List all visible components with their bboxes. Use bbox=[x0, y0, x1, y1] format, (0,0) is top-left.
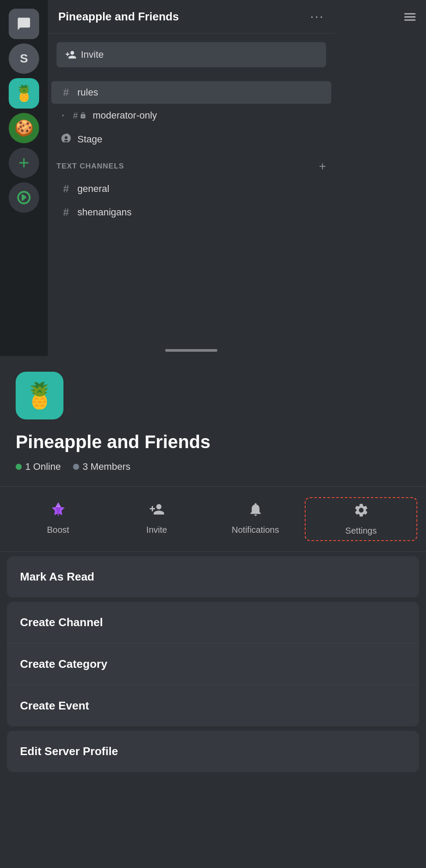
create-category-button[interactable]: Create Category bbox=[7, 644, 419, 685]
server-logo: 🍍 bbox=[16, 372, 63, 419]
mark-as-read-button[interactable]: Mark As Read bbox=[7, 556, 419, 597]
online-dot bbox=[16, 464, 22, 470]
create-channel-button[interactable]: Create Channel bbox=[7, 602, 419, 644]
server-title: Pineapple and Friends bbox=[58, 10, 179, 23]
notifications-label: Notifications bbox=[232, 525, 279, 535]
channel-item-stage[interactable]: Stage bbox=[51, 127, 331, 152]
server-info: 🍍 Pineapple and Friends 1 Online 3 Membe… bbox=[0, 356, 426, 486]
sidebar-item-messages[interactable] bbox=[9, 9, 39, 39]
create-event-button[interactable]: Create Event bbox=[7, 685, 419, 726]
hamburger-button[interactable] bbox=[403, 10, 417, 27]
scroll-indicator bbox=[165, 349, 217, 352]
hash-icon: # bbox=[60, 183, 72, 195]
sidebar-item-browse[interactable] bbox=[9, 182, 39, 213]
menu-section-create: Create Channel Create Category Create Ev… bbox=[7, 602, 419, 726]
channel-name: moderator-only bbox=[93, 110, 157, 121]
menu-section-mark-read: Mark As Read bbox=[7, 556, 419, 597]
more-options-button[interactable]: ··· bbox=[310, 10, 324, 23]
invite-icon bbox=[149, 502, 165, 521]
boost-button[interactable]: Boost bbox=[9, 497, 107, 539]
channel-item-moderator[interactable]: # moderator-only bbox=[51, 105, 331, 126]
hash-lock-icon: # bbox=[73, 111, 78, 121]
server-name: Pineapple and Friends bbox=[16, 432, 410, 452]
bottom-sheet: 🍍 Pineapple and Friends 1 Online 3 Membe… bbox=[0, 356, 426, 868]
settings-button[interactable]: Settings bbox=[305, 497, 417, 541]
channel-name: shenanigans bbox=[77, 207, 132, 218]
sidebar-item-s[interactable]: S bbox=[9, 43, 39, 74]
server-header: Pineapple and Friends ··· bbox=[48, 0, 335, 33]
member-count: 3 Members bbox=[73, 461, 130, 472]
channel-item-shenanigans[interactable]: # shenanigans bbox=[51, 201, 331, 224]
online-count: 1 Online bbox=[16, 461, 61, 472]
edit-server-profile-button[interactable]: Edit Server Profile bbox=[7, 731, 419, 772]
stage-icon bbox=[60, 132, 72, 146]
bell-icon bbox=[248, 502, 263, 521]
category-label: TEXT CHANNELS bbox=[57, 162, 124, 171]
channel-list: # rules # moderator-only bbox=[48, 76, 335, 229]
category-header-text-channels: TEXT CHANNELS + bbox=[48, 152, 335, 177]
top-section: S 🍍 🍪 Pineapple and Friends bbox=[0, 0, 426, 356]
settings-label: Settings bbox=[345, 526, 376, 536]
boost-icon bbox=[50, 502, 66, 521]
channel-item-rules[interactable]: # rules bbox=[51, 81, 331, 104]
sidebar-item-add[interactable] bbox=[9, 148, 39, 178]
notifications-button[interactable]: Notifications bbox=[206, 497, 305, 539]
invite-label: Invite bbox=[146, 525, 167, 535]
channel-item-general[interactable]: # general bbox=[51, 178, 331, 200]
invite-action-button[interactable]: Invite bbox=[107, 497, 206, 539]
channel-name: Stage bbox=[77, 134, 103, 145]
hash-icon: # bbox=[60, 86, 72, 99]
hash-icon: # bbox=[60, 206, 72, 218]
channel-name: rules bbox=[77, 87, 98, 98]
mark-as-read-label: Mark As Read bbox=[20, 570, 94, 584]
create-event-label: Create Event bbox=[20, 699, 89, 713]
boost-label: Boost bbox=[47, 525, 69, 535]
add-channel-button[interactable]: + bbox=[319, 159, 326, 173]
channel-name: general bbox=[77, 183, 109, 195]
server-list: S 🍍 🍪 bbox=[0, 0, 48, 356]
gear-icon bbox=[353, 502, 369, 521]
invite-button[interactable]: Invite bbox=[57, 42, 326, 67]
offline-dot bbox=[73, 464, 79, 470]
sidebar-item-cookie[interactable]: 🍪 bbox=[9, 113, 39, 143]
sidebar-item-pineapple[interactable]: 🍍 bbox=[9, 78, 39, 109]
create-category-label: Create Category bbox=[20, 657, 107, 671]
invite-label: Invite bbox=[81, 49, 104, 60]
menu-section-profile: Edit Server Profile bbox=[7, 731, 419, 772]
action-row: Boost Invite Notifications bbox=[0, 486, 426, 552]
edit-server-profile-label: Edit Server Profile bbox=[20, 745, 118, 758]
channel-panel: Pineapple and Friends ··· Invite # rules bbox=[48, 0, 335, 356]
server-stats: 1 Online 3 Members bbox=[16, 461, 410, 472]
create-channel-label: Create Channel bbox=[20, 616, 103, 629]
